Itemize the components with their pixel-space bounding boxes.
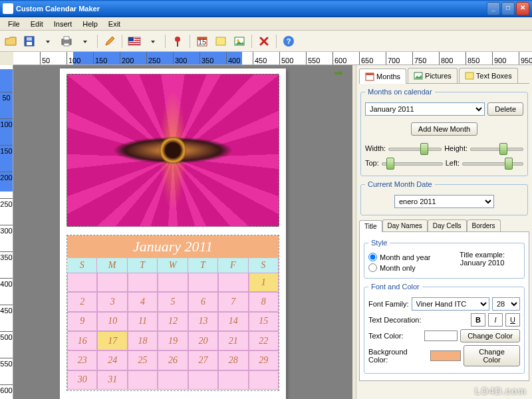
print-dropdown-icon[interactable]: [77, 33, 93, 49]
calendar-day-cell[interactable]: 29: [249, 350, 279, 370]
height-slider[interactable]: [470, 142, 523, 154]
change-text-color-button[interactable]: Change Color: [460, 329, 520, 342]
calendar-day-cell[interactable]: 14: [218, 312, 248, 331]
pencil-icon[interactable]: [102, 33, 118, 49]
radio-month-and-year[interactable]: [368, 253, 377, 261]
image-icon[interactable]: [231, 33, 247, 49]
calendar-day-cell[interactable]: [97, 273, 127, 292]
calendar-day-cell[interactable]: 19: [158, 331, 188, 350]
change-bg-color-button[interactable]: Change Color: [464, 345, 520, 366]
calendar-day-cell[interactable]: 26: [158, 350, 188, 370]
flag-dropdown-icon[interactable]: [145, 33, 161, 49]
subtab-borders[interactable]: Borders: [467, 219, 501, 231]
subtab-daynames[interactable]: Day Names: [382, 219, 428, 231]
calendar-day-cell[interactable]: 25: [128, 350, 158, 370]
minimize-button[interactable]: _: [487, 2, 500, 15]
calendar-day-cell[interactable]: 3: [97, 292, 127, 311]
open-icon[interactable]: [3, 33, 19, 49]
radio-month-only[interactable]: [368, 263, 377, 272]
calendar-day-cell[interactable]: [158, 273, 188, 292]
font-size-select[interactable]: 28: [492, 297, 520, 311]
window-titlebar: Custom Calendar Maker _ □ ✕: [0, 0, 532, 17]
italic-button[interactable]: I: [488, 313, 503, 327]
calendar-page[interactable]: January 2011 SMTWTFS 1234567891011121314…: [60, 68, 286, 399]
close-button[interactable]: ✕: [516, 2, 529, 15]
calendar-day-cell[interactable]: 1: [249, 273, 279, 292]
tab-pictures[interactable]: Pictures: [408, 68, 458, 83]
calendar-day-cell[interactable]: [128, 370, 158, 390]
calendar-day-cell[interactable]: [128, 273, 158, 292]
note-icon[interactable]: [213, 33, 229, 49]
calendar-day-cell[interactable]: 11: [128, 312, 158, 331]
calendar-day-cell[interactable]: 4: [128, 292, 158, 311]
calendar-day-cell[interactable]: 27: [188, 350, 218, 370]
month-select[interactable]: January 2011: [365, 102, 485, 116]
calendar-day-cell[interactable]: 16: [67, 331, 97, 350]
menu-exit[interactable]: Exit: [103, 19, 126, 29]
subtab-title[interactable]: Title: [359, 220, 382, 232]
menu-edit[interactable]: Edit: [25, 19, 49, 29]
calendar-day-cell[interactable]: 9: [67, 312, 97, 331]
calendar-day-cell[interactable]: 24: [97, 350, 127, 370]
bg-color-swatch: [430, 350, 462, 361]
bold-button[interactable]: B: [471, 313, 485, 327]
svg-point-12: [175, 37, 180, 42]
tab-months[interactable]: Months: [359, 68, 406, 84]
calendar-day-cell[interactable]: 7: [218, 292, 248, 311]
menu-insert[interactable]: Insert: [49, 19, 78, 29]
delete-month-button[interactable]: Delete: [487, 102, 523, 116]
add-new-month-button[interactable]: Add New Month: [411, 122, 477, 136]
calendar-photo[interactable]: [66, 74, 279, 227]
calendar-day-cell[interactable]: 6: [188, 292, 218, 311]
delete-icon[interactable]: [256, 33, 272, 49]
maximize-button[interactable]: □: [501, 2, 515, 15]
calendar-day-cell[interactable]: 13: [188, 312, 218, 331]
print-icon[interactable]: [59, 33, 74, 49]
calendar-day-cell[interactable]: 2: [67, 292, 97, 311]
panel-arrow-icon[interactable]: ➡: [334, 66, 342, 79]
calendar-day-cell[interactable]: [188, 273, 218, 292]
pin-icon[interactable]: [170, 33, 186, 49]
menu-help[interactable]: Help: [77, 19, 103, 29]
calendar-day-cell[interactable]: 17: [97, 331, 127, 350]
months-on-calendar-group: Months on calendar January 2011 Delete A…: [360, 88, 528, 176]
calendar-day-cell[interactable]: [218, 273, 248, 292]
help-icon[interactable]: ?: [281, 33, 297, 49]
canvas-workspace[interactable]: January 2011 SMTWTFS 1234567891011121314…: [13, 65, 352, 399]
calendar-day-cell[interactable]: [249, 370, 279, 390]
calendar-icon[interactable]: 15: [194, 33, 210, 49]
flag-icon[interactable]: [126, 33, 142, 49]
underline-button[interactable]: U: [505, 313, 520, 327]
calendar-day-cell[interactable]: 20: [188, 331, 218, 350]
calendar-day-cell[interactable]: 8: [249, 292, 279, 311]
calendar-day-cell[interactable]: [218, 370, 248, 390]
calendar-day-cell[interactable]: [188, 370, 218, 390]
calendar-day-cell[interactable]: [158, 370, 188, 390]
current-month-date-group: Current Month Date enero 2011: [360, 180, 528, 215]
font-family-select[interactable]: Viner Hand ITC: [412, 297, 489, 311]
subtab-daycells[interactable]: Day Cells: [428, 219, 467, 231]
calendar-day-cell[interactable]: 12: [158, 312, 188, 331]
calendar-day-cell[interactable]: 10: [97, 312, 127, 331]
calendar-day-cell[interactable]: 21: [218, 331, 248, 350]
save-icon[interactable]: [21, 33, 37, 49]
menu-file[interactable]: File: [3, 19, 25, 29]
width-slider[interactable]: [388, 142, 442, 154]
left-label: Left:: [446, 159, 460, 167]
text-decoration-label: Text Decoration:: [368, 316, 421, 324]
tab-textboxes[interactable]: Text Boxes: [459, 68, 518, 83]
left-slider[interactable]: [462, 157, 523, 169]
calendar-day-cell[interactable]: 15: [249, 312, 279, 331]
calendar-day-cell[interactable]: [67, 273, 97, 292]
top-slider[interactable]: [382, 157, 443, 169]
calendar-day-cell[interactable]: 31: [97, 370, 127, 390]
calendar-day-cell[interactable]: 30: [67, 370, 97, 390]
current-month-select[interactable]: enero 2011: [394, 195, 494, 208]
save-dropdown-icon[interactable]: [40, 33, 56, 49]
calendar-day-cell[interactable]: 22: [249, 331, 279, 350]
calendar-day-cell[interactable]: 23: [67, 350, 97, 370]
calendar-day-cell[interactable]: 18: [128, 331, 158, 350]
calendar-grid-block[interactable]: January 2011 SMTWTFS 1234567891011121314…: [66, 235, 279, 391]
calendar-day-cell[interactable]: 28: [218, 350, 248, 370]
calendar-day-cell[interactable]: 5: [158, 292, 188, 311]
